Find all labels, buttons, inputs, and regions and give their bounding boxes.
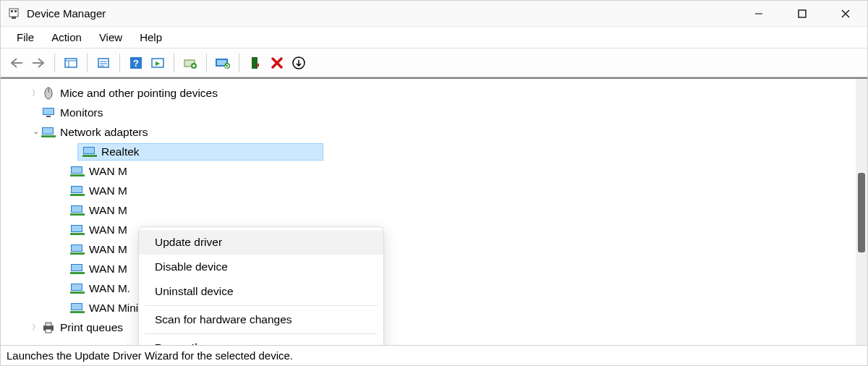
toolbar-help-button[interactable]: ? xyxy=(126,53,146,73)
tree-label: Monitors xyxy=(60,106,103,119)
window-controls xyxy=(737,1,867,26)
scrollbar-thumb[interactable] xyxy=(858,173,865,252)
svg-rect-30 xyxy=(46,116,51,117)
menu-view[interactable]: View xyxy=(90,28,131,46)
svg-rect-34 xyxy=(41,135,56,137)
svg-rect-38 xyxy=(82,155,97,157)
status-text: Launches the Update Driver Wizard for th… xyxy=(7,349,293,362)
svg-rect-24 xyxy=(252,57,258,69)
svg-rect-3 xyxy=(14,10,17,12)
svg-rect-46 xyxy=(70,194,85,196)
toolbar-update-driver-button[interactable] xyxy=(180,53,200,73)
context-menu-properties[interactable]: Properties xyxy=(139,336,383,345)
tree-category-mice[interactable]: 〉 Mice and other pointing devices xyxy=(1,83,856,103)
context-menu-disable-device[interactable]: Disable device xyxy=(139,255,383,279)
tree-label: Network adapters xyxy=(60,126,148,139)
tree-category-network[interactable]: ⌄ Network adapters xyxy=(1,122,856,142)
tree-item-wan[interactable]: WAN M xyxy=(1,181,856,200)
toolbar-scan-button[interactable] xyxy=(213,53,233,73)
expander-placeholder xyxy=(30,107,41,119)
tree-item-wan[interactable]: WAN M xyxy=(1,200,856,220)
close-button[interactable] xyxy=(824,1,867,26)
svg-rect-8 xyxy=(65,59,77,67)
tree-item-wan[interactable]: WAN M xyxy=(1,259,856,278)
toolbar-back-button[interactable] xyxy=(7,53,27,73)
menubar: File Action View Help xyxy=(1,27,867,48)
chevron-down-icon[interactable]: ⌄ xyxy=(30,126,41,137)
svg-rect-2 xyxy=(11,10,13,12)
statusbar: Launches the Update Driver Wizard for th… xyxy=(1,345,867,365)
svg-marker-18 xyxy=(156,61,160,66)
svg-rect-72 xyxy=(46,323,51,326)
window-title: Device Manager xyxy=(27,7,106,20)
menu-help[interactable]: Help xyxy=(131,28,171,46)
device-tree[interactable]: 〉 Mice and other pointing devices Monito… xyxy=(1,79,856,345)
client-area: 〉 Mice and other pointing devices Monito… xyxy=(1,77,867,345)
toolbar-add-legacy-button[interactable] xyxy=(289,53,309,73)
toolbar-action-button[interactable] xyxy=(148,53,168,73)
mouse-icon xyxy=(41,88,56,99)
network-adapter-icon xyxy=(70,185,85,197)
svg-rect-64 xyxy=(72,284,82,290)
svg-rect-56 xyxy=(72,245,82,251)
network-adapter-icon xyxy=(82,146,97,158)
menu-file[interactable]: File xyxy=(8,28,43,46)
tree-label: Print queues xyxy=(60,321,123,334)
network-adapter-icon xyxy=(70,244,85,255)
svg-rect-68 xyxy=(72,304,82,310)
tree-label: WAN M xyxy=(89,165,127,178)
tree-item-wan[interactable]: WAN M xyxy=(1,220,856,239)
menu-action[interactable]: Action xyxy=(43,28,90,46)
svg-rect-52 xyxy=(72,226,82,231)
tree-category-monitors[interactable]: Monitors xyxy=(1,103,856,122)
tree-category-print-queues[interactable]: 〉 Print queues xyxy=(1,318,856,337)
svg-rect-40 xyxy=(72,167,82,173)
svg-rect-36 xyxy=(84,148,94,153)
svg-rect-73 xyxy=(46,329,51,333)
tree-item-wan-sstp[interactable]: WAN Miniport (SSTP) xyxy=(1,298,856,318)
context-menu: Update driver Disable device Uninstall d… xyxy=(138,226,384,345)
tree-label: Mice and other pointing devices xyxy=(60,87,218,100)
toolbar-properties-button[interactable] xyxy=(93,53,114,73)
context-menu-uninstall-device[interactable]: Uninstall device xyxy=(139,279,383,304)
minimize-button[interactable] xyxy=(737,1,780,26)
titlebar: Device Manager xyxy=(1,1,867,27)
vertical-scrollbar[interactable] xyxy=(856,79,867,345)
toolbar-disable-button[interactable] xyxy=(245,53,265,73)
svg-rect-48 xyxy=(72,206,82,212)
monitor-icon xyxy=(41,107,56,119)
tree-label: WAN M. xyxy=(89,282,130,295)
toolbar: ? xyxy=(1,48,867,77)
svg-rect-42 xyxy=(70,174,85,176)
network-adapter-icon xyxy=(41,127,56,138)
tree-label: WAN M xyxy=(89,263,127,276)
svg-rect-70 xyxy=(70,311,85,313)
toolbar-show-tree-button[interactable] xyxy=(61,53,81,73)
context-menu-separator xyxy=(145,305,378,306)
svg-rect-32 xyxy=(43,128,53,134)
svg-rect-66 xyxy=(70,291,85,294)
maximize-button[interactable] xyxy=(780,1,824,26)
toolbar-forward-button[interactable] xyxy=(28,53,48,73)
svg-rect-62 xyxy=(70,272,85,274)
tree-item-wan[interactable]: WAN M. xyxy=(1,278,856,298)
toolbar-uninstall-button[interactable] xyxy=(267,53,287,73)
tree-item-wan[interactable]: WAN M xyxy=(1,239,856,259)
svg-rect-58 xyxy=(70,252,85,255)
svg-rect-29 xyxy=(43,108,54,114)
network-adapter-icon xyxy=(70,263,85,275)
svg-text:?: ? xyxy=(133,58,139,69)
network-adapter-icon xyxy=(70,283,85,294)
chevron-right-icon[interactable]: 〉 xyxy=(30,322,41,333)
tree-item-wan[interactable]: WAN M xyxy=(1,161,856,181)
tree-item-realtek[interactable]: Realtek xyxy=(1,142,856,161)
svg-rect-44 xyxy=(72,187,82,192)
context-menu-separator xyxy=(145,333,378,334)
svg-rect-5 xyxy=(799,10,806,17)
svg-rect-0 xyxy=(9,9,18,17)
tree-label: WAN M xyxy=(89,184,127,197)
tree-label: Realtek xyxy=(101,145,140,158)
chevron-right-icon[interactable]: 〉 xyxy=(30,88,41,99)
context-menu-update-driver[interactable]: Update driver xyxy=(139,230,383,255)
context-menu-scan-hardware[interactable]: Scan for hardware changes xyxy=(139,307,383,332)
